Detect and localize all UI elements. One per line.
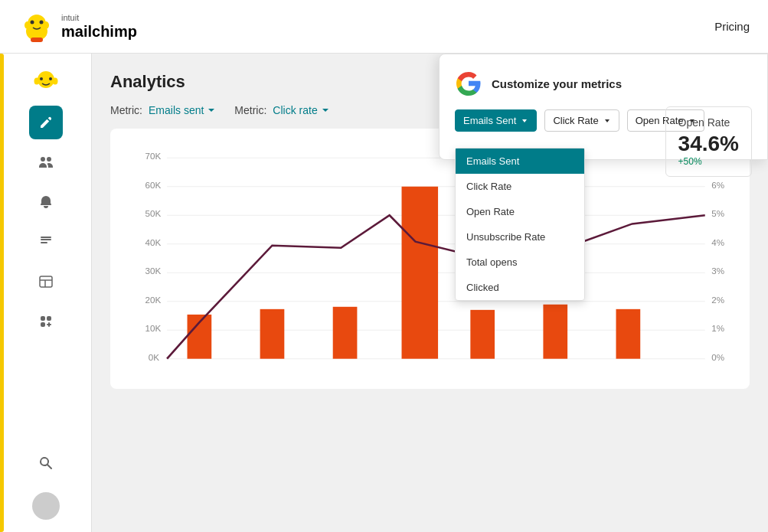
- metric1-label: Metric:: [110, 104, 142, 116]
- svg-point-8: [40, 77, 43, 80]
- y-right-0pct: 0%: [711, 353, 724, 362]
- overlay-header: Customize your metrics: [455, 70, 752, 97]
- sidebar-item-content[interactable]: [29, 225, 63, 259]
- sidebar: [0, 54, 92, 532]
- svg-point-3: [40, 20, 44, 24]
- dropdown-item-click-rate[interactable]: Click Rate: [456, 174, 584, 199]
- bar-7: [616, 309, 641, 359]
- y-label-30k: 30K: [145, 266, 162, 276]
- open-rate-card-label: Open Rate: [678, 116, 739, 129]
- y-label-10k: 10K: [145, 324, 162, 333]
- sidebar-item-templates[interactable]: [29, 265, 63, 299]
- bar-3: [333, 307, 358, 359]
- y-label-0k: 0K: [149, 353, 160, 362]
- sidebar-item-search[interactable]: [29, 446, 63, 480]
- dropdown-item-emails-sent[interactable]: Emails Sent: [456, 149, 584, 174]
- svg-point-5: [43, 21, 49, 29]
- open-rate-stat-card: Open Rate 34.6% +50%: [665, 106, 752, 177]
- svg-rect-6: [31, 38, 43, 42]
- metric2-value: Click rate: [273, 104, 317, 116]
- y-right-4pct: 4%: [711, 238, 724, 247]
- bar-2: [260, 309, 285, 359]
- metric2-chevron-icon: [321, 106, 330, 115]
- sidebar-item-audience[interactable]: [29, 145, 63, 179]
- y-right-6pct: 6%: [711, 181, 724, 190]
- bar-4: [402, 187, 439, 359]
- chart-container: 70K 60K 50K 40K 30K 20K 10K 0K 7% 6%: [110, 129, 750, 389]
- bar-6: [543, 305, 567, 359]
- metric-selector-2[interactable]: Metric: Click rate: [234, 104, 329, 116]
- y-right-1pct: 1%: [711, 324, 724, 333]
- user-avatar[interactable]: [32, 492, 60, 520]
- dropdown-item-total-opens[interactable]: Total opens: [456, 250, 584, 275]
- open-rate-value: 34.6%: [678, 132, 739, 156]
- sidebar-accent: [0, 54, 4, 532]
- y-label-20k: 20K: [145, 295, 162, 305]
- click-rate-chevron-icon: [603, 117, 611, 125]
- metric2-label: Metric:: [234, 104, 266, 116]
- analytics-chart: 70K 60K 50K 40K 30K 20K 10K 0K 7% 6%: [123, 144, 737, 377]
- pricing-link[interactable]: Pricing: [714, 20, 750, 33]
- bar-5: [470, 310, 495, 359]
- y-right-2pct: 2%: [711, 295, 724, 305]
- open-rate-change: +50%: [678, 156, 739, 167]
- svg-point-4: [25, 21, 31, 29]
- svg-point-2: [31, 20, 34, 24]
- emails-sent-chevron-icon: [521, 117, 528, 125]
- sidebar-logo-icon: [29, 66, 63, 100]
- y-label-60k: 60K: [145, 181, 162, 190]
- y-right-3pct: 3%: [711, 266, 724, 276]
- content-area: Analytics Metric: Emails sent Metric: Cl…: [92, 54, 768, 532]
- logo-mailchimp: mailchimp: [61, 23, 137, 40]
- svg-rect-12: [40, 276, 52, 287]
- dropdown-item-unsubscribe-rate[interactable]: Unsubscribe Rate: [456, 224, 584, 250]
- svg-point-11: [52, 78, 57, 85]
- logo-text: intuit mailchimp: [61, 13, 137, 39]
- overlay-panel: Customize your metrics Emails Sent Click…: [439, 54, 768, 160]
- logo-intuit: intuit: [61, 13, 137, 22]
- logo-area: intuit mailchimp: [18, 8, 137, 45]
- sidebar-item-edit[interactable]: [29, 106, 63, 139]
- mailchimp-logo-icon: [18, 8, 55, 45]
- y-label-50k: 50K: [145, 209, 162, 218]
- dropdown-item-clicked[interactable]: Clicked: [456, 275, 584, 300]
- metric1-value: Emails sent: [149, 104, 204, 116]
- click-rate-label: Click Rate: [553, 115, 598, 126]
- y-right-5pct: 5%: [711, 209, 724, 218]
- y-label-40k: 40K: [145, 238, 162, 247]
- main-layout: Analytics Metric: Emails sent Metric: Cl…: [0, 54, 768, 532]
- overlay-title: Customize your metrics: [492, 77, 622, 90]
- svg-point-10: [34, 78, 39, 85]
- top-header: intuit mailchimp Pricing: [0, 0, 768, 54]
- emails-sent-label: Emails Sent: [463, 115, 516, 126]
- sidebar-item-integrations[interactable]: [29, 305, 63, 338]
- y-label-70k: 70K: [145, 152, 162, 161]
- google-logo-icon: [455, 70, 482, 97]
- sidebar-item-campaigns[interactable]: [29, 185, 63, 219]
- metric1-chevron-icon: [207, 106, 216, 115]
- svg-point-9: [49, 77, 52, 80]
- emails-sent-dropdown[interactable]: Emails Sent: [455, 109, 537, 132]
- metric-selector-1[interactable]: Metric: Emails sent: [110, 104, 216, 116]
- dropdown-item-open-rate[interactable]: Open Rate: [456, 199, 584, 224]
- dropdown-menu: Emails Sent Click Rate Open Rate Unsubsc…: [455, 148, 585, 301]
- click-rate-dropdown[interactable]: Click Rate: [544, 109, 619, 132]
